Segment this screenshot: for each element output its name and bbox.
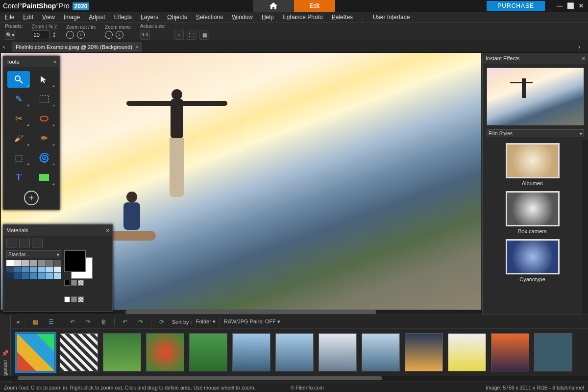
organizer-thumb[interactable] (275, 333, 314, 371)
home-tab[interactable] (253, 0, 294, 12)
org-collapse-icon[interactable]: « (17, 318, 20, 325)
add-tool-button[interactable]: + (24, 191, 39, 205)
color-swatch[interactable] (46, 260, 53, 266)
document-tab-close-icon[interactable]: × (135, 44, 138, 50)
color-swatch[interactable] (46, 267, 53, 272)
organizer-thumb[interactable] (534, 333, 572, 371)
material-props-2[interactable] (64, 296, 109, 302)
materials-tab-hsl[interactable] (19, 239, 30, 247)
zoom-input[interactable] (32, 30, 49, 39)
document-tab[interactable]: FileInfo.com Example.jpeg @ 20% (Backgro… (12, 42, 142, 52)
menu-selections[interactable]: Selections (196, 14, 223, 21)
materials-tab-frame[interactable] (32, 239, 43, 247)
organizer-thumb[interactable] (362, 333, 400, 371)
close-icon[interactable]: ✕ (577, 2, 585, 10)
fg-color-swatch[interactable] (64, 250, 86, 272)
sortby-folder-select[interactable]: Folder ▾ (196, 318, 216, 325)
org-undo-button[interactable]: ↶ (120, 317, 130, 327)
color-swatch[interactable] (38, 273, 46, 279)
organizer-thumb[interactable] (232, 333, 270, 371)
doc-next-icon[interactable]: › (578, 44, 585, 50)
organizer-thumb[interactable] (189, 333, 227, 371)
organizer-thumb[interactable] (491, 333, 529, 371)
org-view-thumbs-button[interactable]: ▦ (30, 317, 41, 327)
effect-item-box-camera[interactable]: Box camera (488, 191, 577, 234)
paintbrush-tool[interactable]: 🖌 (7, 130, 30, 147)
panel-close-icon[interactable]: × (582, 55, 585, 61)
menu-enhance-photo[interactable]: Enhance Photo (283, 14, 323, 21)
minimize-icon[interactable]: — (556, 2, 564, 10)
material-props-1[interactable] (64, 280, 109, 286)
color-swatch[interactable] (54, 273, 61, 279)
zoom-more-out-button[interactable]: − (105, 31, 113, 39)
edit-tab[interactable]: Edit (294, 0, 335, 12)
org-refresh-button[interactable]: ⟳ (156, 317, 167, 327)
organizer-hscrollbar[interactable] (0, 376, 588, 381)
clone-tool[interactable]: ✏ (33, 130, 55, 147)
organizer-thumb[interactable] (17, 333, 55, 371)
menu-layers[interactable]: Layers (141, 14, 158, 21)
menu-palettes[interactable]: Palettes (332, 14, 353, 21)
presets-dropdown[interactable]: 🔍▾ (5, 30, 15, 40)
menu-image[interactable]: Image (64, 14, 80, 21)
org-delete-button[interactable]: 🗑 (98, 317, 109, 327)
maximize-icon[interactable]: ⬜ (566, 2, 574, 10)
color-swatch[interactable] (30, 267, 37, 272)
color-swatch[interactable] (6, 267, 14, 272)
organizer-thumb[interactable] (448, 333, 486, 371)
effect-item-albumen[interactable]: Albumen (488, 143, 577, 186)
org-redo-button[interactable]: ↷ (135, 317, 146, 327)
organizer-thumbstrip[interactable] (0, 329, 588, 376)
materials-tab-swatches[interactable] (6, 239, 17, 247)
color-swatch[interactable] (54, 267, 61, 272)
pointer-tool[interactable] (33, 71, 55, 88)
redeye-tool[interactable] (33, 110, 55, 127)
menu-objects[interactable]: Objects (167, 14, 187, 21)
purchase-button[interactable]: PURCHASE (487, 1, 545, 11)
effects-vscrollbar[interactable] (582, 140, 588, 315)
organizer-thumb[interactable] (146, 333, 184, 371)
menu-file[interactable]: File (5, 14, 14, 21)
color-swatch[interactable] (54, 260, 61, 266)
menu-effects[interactable]: Effects (114, 14, 132, 21)
panel-close-icon[interactable]: × (53, 59, 56, 65)
color-swatch[interactable] (14, 273, 22, 279)
color-swatch[interactable] (22, 260, 29, 266)
org-rotate-left-button[interactable]: ↶ (67, 317, 78, 327)
color-swatch[interactable] (14, 260, 22, 266)
zoom-more-in-button[interactable]: + (116, 31, 123, 39)
color-swatch[interactable] (6, 260, 14, 266)
menu-edit[interactable]: Edit (23, 14, 33, 21)
picture-tube-tool[interactable]: ⬚ (7, 149, 30, 166)
menu-window[interactable]: Window (232, 14, 253, 21)
shape-tool[interactable] (33, 169, 55, 186)
menu-user-interface[interactable]: User Interface (373, 14, 410, 21)
color-swatch[interactable] (38, 260, 46, 266)
zoom-tool[interactable] (7, 71, 30, 88)
effect-category-select[interactable]: Film Styles▾ (487, 129, 584, 137)
organizer-thumb[interactable] (405, 333, 443, 371)
organizer-thumb[interactable] (103, 333, 141, 371)
color-swatch[interactable] (30, 273, 37, 279)
effect-item-cyanotype[interactable]: Cyanotype (488, 239, 577, 282)
zoom-spinner-icon[interactable]: ▲▼ (52, 31, 56, 38)
zoom-out-button[interactable]: − (66, 31, 74, 39)
menu-adjust[interactable]: Adjust (89, 14, 105, 21)
crop-tool[interactable]: ✂ (7, 110, 30, 127)
fit-screen-button[interactable]: ⛶ (187, 30, 196, 40)
doc-prev-icon[interactable]: ‹ (3, 44, 10, 50)
raw-jpg-toggle[interactable]: RAW/JPG Pairs: OFF ▾ (224, 318, 280, 325)
palette-style-select[interactable]: Standar...▾ (6, 250, 61, 258)
color-swatch[interactable] (46, 273, 53, 279)
color-swatch[interactable] (6, 273, 14, 279)
grid-toggle-button[interactable]: ▦ (199, 30, 209, 40)
fit-window-button[interactable]: ▫ (174, 30, 184, 40)
color-swatch[interactable] (22, 267, 29, 272)
text-tool[interactable]: T (7, 169, 30, 186)
actual-size-button[interactable]: 1:1 (140, 30, 150, 40)
dropper-tool[interactable]: ✎ (7, 91, 30, 107)
color-swatch[interactable] (38, 267, 46, 272)
menu-help[interactable]: Help (262, 14, 274, 21)
organizer-thumb[interactable] (60, 333, 98, 371)
org-view-list-button[interactable]: ☰ (46, 317, 57, 327)
